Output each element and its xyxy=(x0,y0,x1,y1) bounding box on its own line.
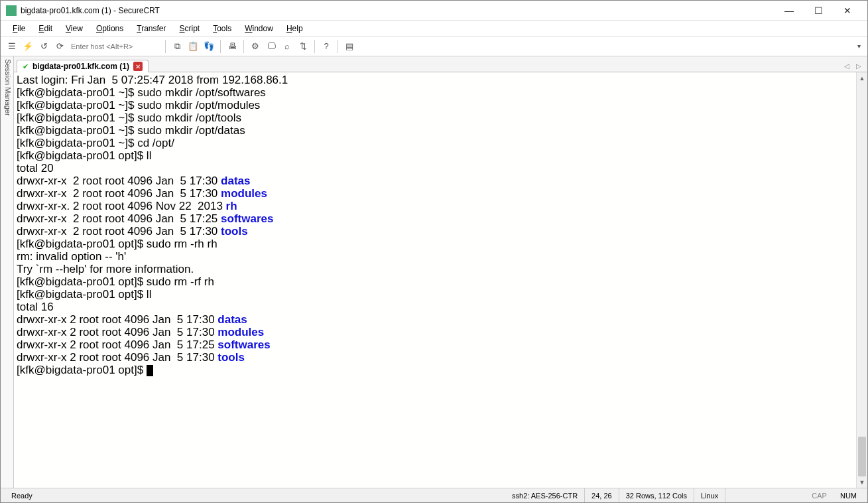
toolbar: ☰ ⚡ ↺ ⟳ ⧉ 📋 👣 🖶 ⚙ 🖵 ⌕ ⇅ ? ▤ ▾ xyxy=(1,36,867,56)
cursor xyxy=(147,365,153,376)
terminal-line: [kfk@bigdata-pro01 ~]$ sudo mkdir /opt/s… xyxy=(17,86,853,99)
menubar: FileEditViewOptionsTransferScriptToolsWi… xyxy=(1,21,867,36)
menu-file[interactable]: File xyxy=(6,23,32,35)
settings-icon[interactable]: ⚙ xyxy=(248,39,263,54)
status-size: 32 Rows, 112 Cols xyxy=(619,488,694,502)
session-tab[interactable]: ✔ bigdata-pro01.kfk.com (1) ✕ xyxy=(17,60,149,72)
terminal-line: [kfk@bigdata-pro01 ~]$ sudo mkdir /opt/m… xyxy=(17,99,853,111)
button-bar-icon[interactable]: ▤ xyxy=(342,39,357,54)
scroll-track[interactable] xyxy=(857,84,867,476)
toolbar-separator xyxy=(338,40,338,53)
terminal-line: drwxr-xr-x 2 root root 4096 Jan 5 17:30 … xyxy=(17,175,853,187)
terminal-line: total 20 xyxy=(17,162,853,175)
terminal-line: drwxr-xr-x 2 root root 4096 Jan 5 17:30 … xyxy=(17,326,853,338)
keymap-icon[interactable]: ⌕ xyxy=(280,39,294,54)
workarea: Session Manager ✔ bigdata-pro01.kfk.com … xyxy=(1,56,867,488)
scrollbar[interactable]: ▲ ▼ xyxy=(856,72,867,488)
scroll-down-icon[interactable]: ▼ xyxy=(857,476,867,488)
terminal-line: rm: invalid option -- 'h' xyxy=(17,250,853,263)
reconnect-all-icon[interactable]: ⟳ xyxy=(52,39,67,54)
statusbar: Ready ssh2: AES-256-CTR 24, 26 32 Rows, … xyxy=(1,488,867,502)
toggle-icon[interactable]: ⇅ xyxy=(296,39,310,54)
help-icon[interactable]: ? xyxy=(319,39,334,54)
terminal-line: [kfk@bigdata-pro01 ~]$ sudo mkdir /opt/d… xyxy=(17,124,853,137)
status-cursor: 24, 26 xyxy=(585,488,619,502)
scroll-thumb[interactable] xyxy=(858,437,866,476)
print-icon[interactable]: 🖶 xyxy=(225,39,239,54)
maximize-button[interactable]: ☐ xyxy=(804,1,833,20)
terminal-line: total 16 xyxy=(17,301,853,313)
menu-edit[interactable]: Edit xyxy=(32,23,59,35)
tab-label: bigdata-pro01.kfk.com (1) xyxy=(32,62,129,71)
host-input[interactable] xyxy=(68,40,161,53)
menu-script[interactable]: Script xyxy=(173,23,207,35)
toolbar-separator xyxy=(220,40,221,53)
menu-view[interactable]: View xyxy=(59,23,90,35)
terminal-line: drwxr-xr-x 2 root root 4096 Jan 5 17:30 … xyxy=(17,313,853,326)
menu-options[interactable]: Options xyxy=(90,23,130,35)
status-os: Linux xyxy=(694,488,725,502)
terminal-line: Try `rm --help' for more information. xyxy=(17,263,853,275)
copy-icon[interactable]: ⧉ xyxy=(170,39,184,54)
status-num: NUM xyxy=(834,488,863,502)
terminal-line: drwxr-xr-x 2 root root 4096 Jan 5 17:25 … xyxy=(17,338,853,351)
terminal-line: [kfk@bigdata-pro01 ~]$ cd /opt/ xyxy=(17,137,853,149)
session-options-icon[interactable]: 🖵 xyxy=(264,39,279,54)
terminal-line: Last login: Fri Jan 5 07:25:47 2018 from… xyxy=(17,74,853,86)
session-manager-panel[interactable]: Session Manager xyxy=(1,56,14,488)
terminal-line: [kfk@bigdata-pro01 ~]$ sudo mkdir /opt/t… xyxy=(17,111,853,124)
reconnect-icon[interactable]: ↺ xyxy=(36,39,51,54)
tabstrip: ✔ bigdata-pro01.kfk.com (1) ✕ ◁ ▷ xyxy=(14,56,867,72)
status-cipher: ssh2: AES-256-CTR xyxy=(505,488,585,502)
menu-tools[interactable]: Tools xyxy=(206,23,238,35)
terminal-line: drwxr-xr-x 2 root root 4096 Jan 5 17:30 … xyxy=(17,225,853,238)
terminal-line: [kfk@bigdata-pro01 opt]$ sudo rm -rf rh xyxy=(17,275,853,288)
close-button[interactable]: ✕ xyxy=(833,1,862,20)
terminal-line: [kfk@bigdata-pro01 opt]$ ll xyxy=(17,288,853,301)
minimize-button[interactable]: — xyxy=(775,1,804,20)
app-icon xyxy=(6,5,17,16)
status-ready: Ready xyxy=(5,488,505,502)
toolbar-separator xyxy=(165,40,166,53)
session-manager-icon[interactable]: ☰ xyxy=(5,39,19,54)
status-connected-icon: ✔ xyxy=(23,62,29,71)
menu-help[interactable]: Help xyxy=(280,23,310,35)
toolbar-separator xyxy=(314,40,315,53)
status-cap: CAP xyxy=(805,488,834,502)
scroll-up-icon[interactable]: ▲ xyxy=(857,72,867,84)
paste-icon[interactable]: 📋 xyxy=(186,39,200,54)
titlebar: bigdata-pro01.kfk.com (1) - SecureCRT — … xyxy=(1,1,867,21)
toolbar-separator xyxy=(243,40,244,53)
toolbar-overflow-icon[interactable]: ▾ xyxy=(854,39,863,54)
terminal-line: [kfk@bigdata-pro01 opt]$ ll xyxy=(17,149,853,162)
terminal[interactable]: Last login: Fri Jan 5 07:25:47 2018 from… xyxy=(14,72,856,488)
terminal-line: [kfk@bigdata-pro01 opt]$ xyxy=(17,364,853,376)
tab-close-icon[interactable]: ✕ xyxy=(133,62,143,71)
find-icon[interactable]: 👣 xyxy=(202,39,216,54)
menu-transfer[interactable]: Transfer xyxy=(130,23,172,35)
terminal-line: drwxr-xr-x 2 root root 4096 Jan 5 17:30 … xyxy=(17,351,853,364)
tab-prev-icon[interactable]: ◁ xyxy=(841,60,853,72)
terminal-line: [kfk@bigdata-pro01 opt]$ sudo rm -rh rh xyxy=(17,238,853,250)
terminal-line: drwxr-xr-x. 2 root root 4096 Nov 22 2013… xyxy=(17,200,853,212)
terminal-line: drwxr-xr-x 2 root root 4096 Jan 5 17:25 … xyxy=(17,212,853,225)
tab-next-icon[interactable]: ▷ xyxy=(853,60,865,72)
terminal-wrap: Last login: Fri Jan 5 07:25:47 2018 from… xyxy=(14,72,867,488)
window-title: bigdata-pro01.kfk.com (1) - SecureCRT xyxy=(21,6,775,15)
terminal-line: drwxr-xr-x 2 root root 4096 Jan 5 17:30 … xyxy=(17,187,853,200)
quick-connect-icon[interactable]: ⚡ xyxy=(21,39,35,54)
menu-window[interactable]: Window xyxy=(238,23,280,35)
